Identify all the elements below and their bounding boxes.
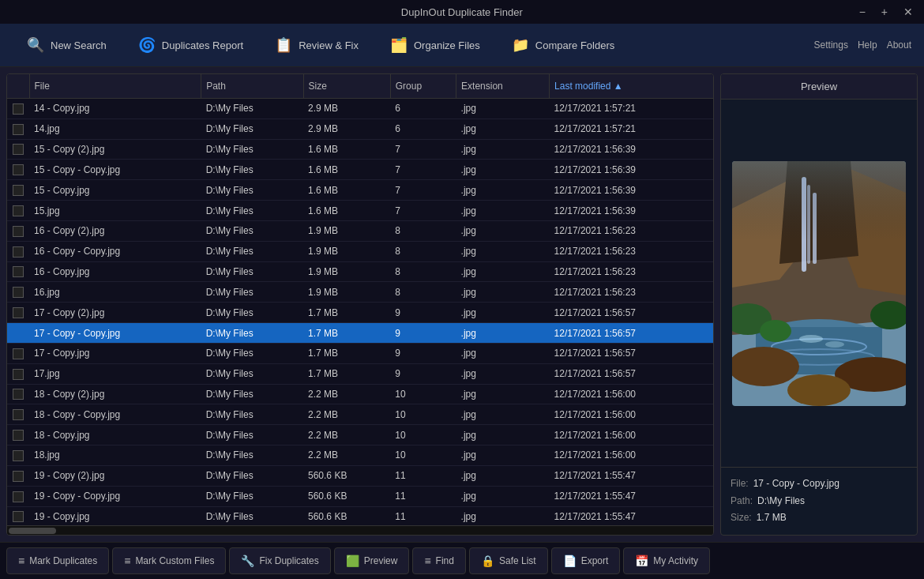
row-checkbox[interactable] [13, 409, 24, 420]
review-fix-button[interactable]: 📋 Review & Fix [261, 30, 373, 60]
table-row[interactable]: 19 - Copy (2).jpgD:\My Files560.6 KB11.j… [7, 465, 713, 486]
table-row[interactable]: 18 - Copy.jpgD:\My Files2.2 MB10.jpg12/1… [7, 425, 713, 446]
row-checkbox-cell [7, 404, 29, 425]
row-checkbox[interactable] [13, 450, 24, 461]
table-row[interactable]: 16 - Copy - Copy.jpgD:\My Files1.9 MB8.j… [7, 241, 713, 261]
row-path: D:\My Files [201, 282, 303, 303]
table-header: File Path Size Group Extension Last modi… [7, 74, 713, 99]
table-row[interactable]: 16.jpgD:\My Files1.9 MB8.jpg12/17/2021 1… [7, 282, 713, 303]
row-checkbox[interactable] [13, 491, 24, 502]
table-row[interactable]: 17 - Copy - Copy.jpgD:\My Files1.7 MB9.j… [7, 323, 713, 344]
col-group[interactable]: Group [390, 74, 456, 99]
hscroll-thumb[interactable] [9, 528, 56, 534]
row-ext: .jpg [456, 261, 550, 282]
help-link[interactable]: Help [858, 39, 877, 51]
row-ext: .jpg [456, 384, 550, 404]
row-checkbox[interactable] [13, 511, 24, 522]
row-checkbox[interactable] [13, 307, 24, 318]
row-checkbox-cell [7, 241, 29, 261]
table-row[interactable]: 17.jpgD:\My Files1.7 MB9.jpg12/17/2021 1… [7, 363, 713, 384]
maximize-button[interactable]: + [877, 4, 892, 20]
row-checkbox[interactable] [13, 287, 24, 298]
table-row[interactable]: 15.jpgD:\My Files1.6 MB7.jpg12/17/2021 1… [7, 201, 713, 221]
col-file[interactable]: File [29, 74, 201, 99]
table-row[interactable]: 15 - Copy.jpgD:\My Files1.6 MB7.jpg12/17… [7, 180, 713, 201]
fix-duplicates-button[interactable]: 🔧 Fix Duplicates [229, 547, 330, 574]
row-modified: 12/17/2021 1:56:39 [550, 180, 713, 201]
row-ext: .jpg [456, 404, 550, 425]
table-row[interactable]: 15 - Copy (2).jpgD:\My Files1.6 MB7.jpg1… [7, 139, 713, 160]
table-row[interactable]: 18 - Copy (2).jpgD:\My Files2.2 MB10.jpg… [7, 384, 713, 404]
row-checkbox[interactable] [13, 144, 24, 155]
safe-list-button[interactable]: 🔒 Safe List [469, 547, 548, 574]
row-ext: .jpg [456, 363, 550, 384]
row-file: 16 - Copy (2).jpg [29, 220, 201, 241]
row-path: D:\My Files [201, 384, 303, 404]
organize-files-button[interactable]: 🗂️ Organize Files [376, 30, 494, 60]
row-group: 8 [390, 241, 456, 261]
row-checkbox[interactable] [13, 103, 24, 115]
row-checkbox[interactable] [13, 471, 24, 482]
preview-button[interactable]: 🟩 Preview [334, 547, 410, 574]
row-checkbox[interactable] [13, 369, 24, 380]
settings-link[interactable]: Settings [814, 39, 848, 51]
row-checkbox[interactable] [13, 430, 24, 441]
row-modified: 12/17/2021 1:56:23 [550, 241, 713, 261]
compare-folders-button[interactable]: 📁 Compare Folders [498, 30, 629, 60]
row-checkbox[interactable] [13, 348, 24, 359]
file-table[interactable]: File Path Size Group Extension Last modi… [7, 74, 713, 525]
row-checkbox-cell [7, 118, 29, 139]
mark-custom-button[interactable]: ≡ Mark Custom Files [112, 547, 226, 574]
table-row[interactable]: 14.jpgD:\My Files2.9 MB6.jpg12/17/2021 1… [7, 118, 713, 139]
col-size[interactable]: Size [303, 74, 390, 99]
table-row[interactable]: 17 - Copy.jpgD:\My Files1.7 MB9.jpg12/17… [7, 343, 713, 363]
row-group: 10 [390, 384, 456, 404]
row-checkbox[interactable] [13, 389, 24, 400]
close-button[interactable]: ✕ [899, 4, 918, 20]
row-file: 14 - Copy.jpg [29, 99, 201, 119]
table-row[interactable]: 14 - Copy.jpgD:\My Files2.9 MB6.jpg12/17… [7, 99, 713, 119]
export-button[interactable]: 📄 Export [551, 547, 621, 574]
table-row[interactable]: 18 - Copy - Copy.jpgD:\My Files2.2 MB10.… [7, 404, 713, 425]
row-modified: 12/17/2021 1:56:23 [550, 220, 713, 241]
row-group: 6 [390, 118, 456, 139]
col-path[interactable]: Path [201, 74, 303, 99]
table-row[interactable]: 19 - Copy.jpgD:\My Files560.6 KB11.jpg12… [7, 506, 713, 525]
row-size: 1.6 MB [303, 180, 390, 201]
table-row[interactable]: 16 - Copy (2).jpgD:\My Files1.9 MB8.jpg1… [7, 220, 713, 241]
row-checkbox[interactable] [13, 226, 24, 237]
row-checkbox[interactable] [13, 124, 24, 135]
duplicates-report-button[interactable]: 🌀 Duplicates Report [124, 30, 257, 60]
svg-point-17 [760, 320, 791, 342]
row-checkbox[interactable] [13, 185, 24, 196]
row-checkbox[interactable] [13, 205, 24, 216]
horizontal-scrollbar[interactable] [7, 525, 713, 535]
my-activity-button[interactable]: 📅 My Activity [623, 547, 710, 574]
row-checkbox[interactable] [13, 266, 24, 277]
row-checkbox-cell [7, 486, 29, 506]
row-checkbox[interactable] [13, 328, 24, 339]
find-button[interactable]: ≡ Find [412, 547, 466, 574]
table-row[interactable]: 19 - Copy - Copy.jpgD:\My Files560.6 KB1… [7, 486, 713, 506]
titlebar: DupInOut Duplicate Finder − + ✕ [0, 0, 924, 24]
row-group: 11 [390, 465, 456, 486]
about-link[interactable]: About [887, 39, 911, 51]
new-search-button[interactable]: 🔍 New Search [13, 30, 121, 60]
preview-icon: 🟩 [346, 555, 359, 567]
row-path: D:\My Files [201, 160, 303, 180]
col-modified[interactable]: Last modified ▲ [550, 74, 713, 99]
col-extension[interactable]: Extension [456, 74, 550, 99]
minimize-button[interactable]: − [855, 4, 870, 20]
row-file: 18 - Copy.jpg [29, 425, 201, 446]
table-row[interactable]: 18.jpgD:\My Files2.2 MB10.jpg12/17/2021 … [7, 446, 713, 466]
row-checkbox[interactable] [13, 246, 24, 258]
table-row[interactable]: 17 - Copy (2).jpgD:\My Files1.7 MB9.jpg1… [7, 303, 713, 323]
table-row[interactable]: 15 - Copy - Copy.jpgD:\My Files1.6 MB7.j… [7, 160, 713, 180]
mark-duplicates-button[interactable]: ≡ Mark Duplicates [6, 547, 109, 574]
mark-custom-icon: ≡ [124, 555, 130, 567]
table-row[interactable]: 16 - Copy.jpgD:\My Files1.9 MB8.jpg12/17… [7, 261, 713, 282]
row-ext: .jpg [456, 425, 550, 446]
row-ext: .jpg [456, 506, 550, 525]
row-checkbox-cell [7, 201, 29, 221]
row-checkbox[interactable] [13, 164, 24, 175]
